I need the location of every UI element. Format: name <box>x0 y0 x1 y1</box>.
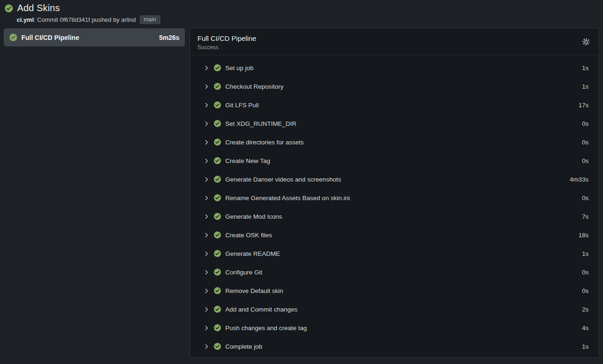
step-name: Generate README <box>225 250 578 257</box>
chevron-right-icon[interactable] <box>203 269 210 275</box>
check-success-icon <box>214 268 221 276</box>
step-duration: 0s <box>582 287 589 294</box>
check-success-icon <box>214 343 221 350</box>
step-name: Create OSK files <box>225 232 574 239</box>
step-row[interactable]: Create directories for assets 0s <box>190 133 599 151</box>
step-name: Configure Git <box>225 269 578 276</box>
step-duration: 18s <box>578 232 589 239</box>
step-name: Set up job <box>225 65 578 72</box>
step-duration: 0s <box>582 269 589 276</box>
check-success-icon <box>214 250 221 257</box>
commit-summary: ci.yml: Commit 0f678d341f pushed by arli… <box>17 15 160 24</box>
step-name: Add and Commit changes <box>225 306 578 313</box>
step-duration: 17s <box>578 102 589 109</box>
check-success-icon <box>214 83 221 90</box>
chevron-right-icon[interactable] <box>203 306 210 312</box>
step-duration: 1s <box>582 250 589 257</box>
step-name: Remove Default skin <box>225 287 578 294</box>
chevron-right-icon[interactable] <box>203 251 210 257</box>
commit-label: : Commit <box>34 16 60 23</box>
check-success-icon <box>5 4 13 13</box>
chevron-right-icon[interactable] <box>203 325 210 331</box>
step-row[interactable]: Git LFS Pull 17s <box>190 96 599 114</box>
step-row[interactable]: Generate Mod Icons 7s <box>190 207 599 226</box>
page-title: Add Skins <box>17 3 60 13</box>
chevron-right-icon[interactable] <box>203 344 210 350</box>
job-settings-button[interactable] <box>580 35 592 48</box>
step-duration: 4s <box>582 325 589 332</box>
check-success-icon <box>214 213 221 220</box>
chevron-right-icon[interactable] <box>203 121 210 127</box>
chevron-right-icon[interactable] <box>203 102 210 108</box>
job-title: Full CI/CD Pipeline <box>197 34 591 43</box>
step-name: Rename Generated Assets Based on skin.in… <box>225 195 578 202</box>
job-status-text: Success <box>197 44 591 51</box>
check-success-icon <box>214 194 221 202</box>
step-row[interactable]: Push changes and create tag 4s <box>190 318 599 337</box>
step-name: Generate Mod Icons <box>225 213 578 220</box>
step-row[interactable]: Generate README 1s <box>190 244 599 263</box>
step-name: Set XDG_RUNTIME_DIR <box>225 120 578 127</box>
sidebar-job-item[interactable]: Full CI/CD Pipeline 5m26s <box>4 28 185 46</box>
step-row[interactable]: Set up job 1s <box>190 58 599 77</box>
branch-badge[interactable]: main <box>140 15 160 24</box>
check-success-icon <box>214 287 221 294</box>
chevron-right-icon[interactable] <box>203 214 210 220</box>
step-row[interactable]: Configure Git 0s <box>190 263 599 281</box>
step-row[interactable]: Remove Default skin 0s <box>190 281 599 300</box>
step-row[interactable]: Set XDG_RUNTIME_DIR 0s <box>190 114 599 133</box>
run-header: Add Skins ci.yml: Commit 0f678d341f push… <box>5 3 160 24</box>
chevron-right-icon[interactable] <box>203 288 210 294</box>
step-name: Git LFS Pull <box>225 102 574 109</box>
step-row[interactable]: Create OSK files 18s <box>190 226 599 244</box>
job-duration: 5m26s <box>159 34 179 41</box>
check-success-icon <box>214 306 221 313</box>
step-duration: 1s <box>582 343 589 350</box>
step-name: Create directories for assets <box>225 139 578 146</box>
step-name: Create New Tag <box>225 157 578 164</box>
step-name: Complete job <box>225 343 578 350</box>
step-duration: 0s <box>582 120 589 127</box>
chevron-right-icon[interactable] <box>203 232 210 238</box>
pushed-by-text: pushed by arlind <box>90 16 136 23</box>
step-row[interactable]: Checkout Repository 1s <box>190 77 599 96</box>
chevron-right-icon[interactable] <box>203 139 210 145</box>
step-row[interactable]: Rename Generated Assets Based on skin.in… <box>190 188 599 207</box>
step-row[interactable]: Complete job 1s <box>190 337 599 356</box>
step-name: Generate Danser videos and screenshots <box>225 176 565 183</box>
chevron-right-icon[interactable] <box>203 65 210 71</box>
chevron-right-icon[interactable] <box>203 84 210 90</box>
step-name: Checkout Repository <box>225 83 578 90</box>
step-name: Push changes and create tag <box>225 325 578 332</box>
check-success-icon <box>214 324 221 332</box>
steps-list: Set up job 1s Checkout Repository 1s <box>190 55 599 358</box>
check-success-icon <box>9 33 17 41</box>
check-success-icon <box>214 64 221 72</box>
gear-icon <box>582 40 590 47</box>
step-row[interactable]: Add and Commit changes 2s <box>190 300 599 318</box>
workflow-file-name: ci.yml <box>17 16 34 23</box>
step-duration: 0s <box>582 157 589 164</box>
step-duration: 2s <box>582 306 589 313</box>
check-success-icon <box>214 157 221 164</box>
step-duration: 4m33s <box>570 176 589 183</box>
check-success-icon <box>214 120 221 127</box>
job-name: Full CI/CD Pipeline <box>21 34 155 41</box>
step-row[interactable]: Generate Danser videos and screenshots 4… <box>190 170 599 188</box>
chevron-right-icon[interactable] <box>203 176 210 182</box>
chevron-right-icon[interactable] <box>203 158 210 164</box>
check-success-icon <box>214 138 221 146</box>
step-row[interactable]: Create New Tag 0s <box>190 151 599 170</box>
commit-hash-link[interactable]: 0f678d341f <box>59 16 90 23</box>
check-success-icon <box>214 176 221 183</box>
step-duration: 7s <box>582 213 589 220</box>
step-duration: 0s <box>582 195 589 202</box>
step-duration: 1s <box>582 83 589 90</box>
check-success-icon <box>214 231 221 239</box>
step-duration: 0s <box>582 139 589 146</box>
job-detail-panel: Full CI/CD Pipeline Success <box>190 28 599 358</box>
step-duration: 1s <box>582 65 589 72</box>
check-success-icon <box>214 101 221 109</box>
chevron-right-icon[interactable] <box>203 195 210 201</box>
job-detail-header: Full CI/CD Pipeline Success <box>190 28 599 55</box>
